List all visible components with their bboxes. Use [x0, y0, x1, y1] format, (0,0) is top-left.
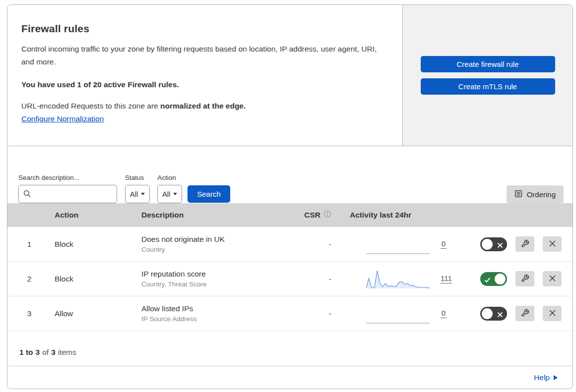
wrench-icon: [521, 274, 529, 284]
normalization-prefix: URL-encoded Requests to this zone are: [21, 102, 160, 110]
range-start: 1 to: [19, 348, 33, 356]
col-csr-label: CSR: [304, 211, 320, 220]
close-icon: [549, 275, 556, 283]
ordering-button[interactable]: Ordering: [507, 185, 564, 203]
search-label: Search description...: [18, 174, 117, 181]
rule-activity-cell: 0: [341, 234, 468, 255]
activity-count-link[interactable]: 111: [441, 274, 452, 283]
rule-controls: [468, 306, 573, 321]
chevron-down-icon: [173, 193, 177, 195]
activity-sparkline: [366, 269, 430, 289]
rule-enabled-toggle[interactable]: [480, 307, 507, 321]
normalization-bold: normalized at the edge.: [160, 102, 246, 110]
activity-sparkline: [366, 234, 430, 255]
rule-fields: IP Source Address: [141, 315, 299, 323]
filter-bar: Search description... Status All Action: [7, 146, 573, 203]
status-selected-value: All: [130, 190, 138, 198]
status-select[interactable]: All: [125, 185, 150, 203]
rule-fields: Country, Threat Score: [141, 280, 299, 288]
total-count: 3: [51, 348, 56, 356]
x-icon: [497, 311, 503, 320]
usage-notice: You have used 1 of 20 active Firewall ru…: [21, 80, 383, 89]
rule-description: Allow listed IPs: [141, 304, 299, 313]
toggle-knob: [482, 308, 493, 319]
firewall-rules-panel: Firewall rules Control incoming traffic …: [7, 4, 573, 389]
action-filter-group: Action All: [157, 174, 182, 203]
search-icon: [23, 190, 31, 200]
close-icon: [549, 309, 556, 318]
normalization-text: URL-encoded Requests to this zone are no…: [21, 102, 383, 111]
rule-csr-value: -: [299, 309, 341, 318]
page-title: Firewall rules: [21, 23, 383, 35]
activity-count-link[interactable]: 0: [441, 239, 447, 249]
rule-fields: Country: [141, 246, 299, 253]
action-label: Action: [157, 174, 182, 181]
rule-activity-cell: 0: [341, 303, 468, 324]
activity-count-link[interactable]: 0: [441, 309, 447, 318]
arrow-right-icon: [554, 375, 558, 380]
action-select[interactable]: All: [157, 185, 182, 203]
help-link[interactable]: Help: [534, 373, 558, 382]
delete-rule-button[interactable]: [543, 236, 562, 252]
edit-rule-button[interactable]: [515, 306, 534, 321]
toggle-knob: [495, 274, 506, 284]
table-row: 1 Block Does not originate in UK Country…: [7, 227, 573, 262]
col-description: Description: [138, 211, 299, 220]
items-label: items: [58, 348, 76, 357]
configure-normalization-link[interactable]: Configure Normalization: [21, 114, 104, 123]
header-section: Firewall rules Control incoming traffic …: [7, 5, 573, 146]
rule-action: Allow: [51, 309, 138, 318]
col-activity: Activity last 24hr: [341, 211, 468, 220]
header-text-block: Firewall rules Control incoming traffic …: [7, 5, 402, 146]
page-description: Control incoming traffic to your zone by…: [21, 43, 383, 68]
col-action: Action: [51, 211, 138, 220]
edit-rule-button[interactable]: [515, 236, 534, 252]
table-row: 3 Allow Allow listed IPs IP Source Addre…: [7, 296, 573, 331]
activity-sparkline: [366, 303, 430, 324]
rule-number: 3: [7, 309, 51, 318]
ordering-list-icon: [514, 190, 522, 199]
wrench-icon: [521, 239, 529, 249]
rule-description: Does not originate in UK: [141, 235, 299, 244]
firewall-rules-page: Firewall rules Control incoming traffic …: [0, 0, 576, 392]
table-header: Action Description CSR Activity last 24h…: [7, 203, 573, 227]
toggle-knob: [482, 239, 493, 250]
x-icon: [497, 241, 503, 250]
range-end: 3: [36, 348, 40, 356]
rule-controls: [468, 236, 573, 252]
edit-rule-button[interactable]: [515, 271, 534, 286]
create-firewall-rule-button[interactable]: Create firewall rule: [421, 56, 555, 72]
col-csr: CSR: [299, 210, 341, 220]
delete-rule-button[interactable]: [543, 306, 562, 321]
header-actions-panel: Create firewall rule Create mTLS rule: [402, 5, 573, 146]
rule-number: 1: [7, 240, 51, 249]
help-bar: Help: [7, 366, 573, 389]
rule-action: Block: [51, 240, 138, 249]
rule-enabled-toggle[interactable]: [480, 237, 507, 251]
rule-number: 2: [7, 275, 51, 283]
info-icon[interactable]: [323, 210, 331, 220]
chevron-down-icon: [141, 193, 145, 195]
ordering-button-label: Ordering: [527, 190, 556, 199]
rule-activity-cell: 111: [341, 269, 468, 289]
search-button[interactable]: Search: [188, 185, 230, 203]
help-label: Help: [534, 373, 550, 382]
rule-csr-value: -: [299, 240, 341, 249]
check-icon: [484, 276, 491, 285]
rule-description: IP reputation score: [141, 270, 299, 279]
rule-csr-value: -: [299, 275, 341, 283]
search-group: Search description...: [18, 174, 117, 203]
of-label: of: [42, 348, 49, 357]
rule-action: Block: [51, 275, 138, 283]
create-mtls-rule-button[interactable]: Create mTLS rule: [421, 78, 555, 95]
status-label: Status: [125, 174, 150, 181]
pagination-summary: 1 to 3 of 3 items: [7, 331, 573, 366]
table-row: 2 Block IP reputation score Country, Thr…: [7, 262, 573, 296]
delete-rule-button[interactable]: [543, 271, 562, 286]
close-icon: [549, 240, 556, 249]
rule-controls: [468, 271, 573, 286]
rule-enabled-toggle[interactable]: [480, 272, 507, 286]
action-selected-value: All: [162, 190, 170, 198]
search-input[interactable]: [18, 185, 117, 203]
wrench-icon: [521, 309, 529, 319]
